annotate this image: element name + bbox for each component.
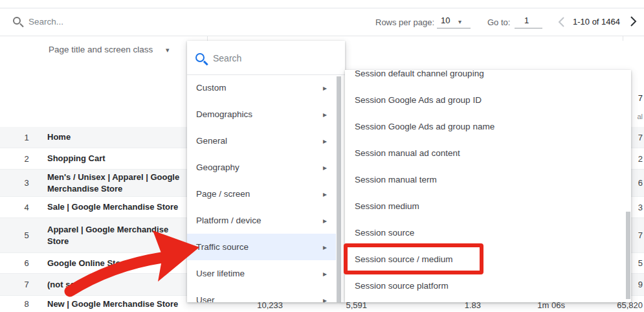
submenu-arrow-icon: ▸ <box>323 137 327 146</box>
row-value-fragment: 9 <box>638 280 643 289</box>
menu-item-label: Traffic source <box>196 242 323 252</box>
rows-per-page-select[interactable]: 10 <box>441 16 450 25</box>
menu-item-page-screen[interactable]: Page / screen▸ <box>187 181 336 207</box>
submenu-scrollbar[interactable] <box>626 212 630 299</box>
submenu-arrow-icon: ▸ <box>323 190 327 199</box>
row-number: 7 <box>19 280 34 289</box>
menu-item-traffic-source[interactable]: Traffic source▸ <box>187 234 336 260</box>
top-divider <box>0 8 644 8</box>
go-to-label: Go to: <box>487 17 510 27</box>
menu-item-platform-device[interactable]: Platform / device▸ <box>187 207 336 234</box>
submenu-arrow-icon: ▸ <box>323 110 327 119</box>
submenu-item-session-source[interactable]: Session source <box>345 219 623 246</box>
column-divider-tick <box>207 36 208 41</box>
submenu-arrow-icon: ▸ <box>323 216 327 225</box>
next-page-icon[interactable] <box>628 16 638 27</box>
submenu-arrow-icon: ▸ <box>323 163 327 172</box>
traffic-source-submenu-panel: Session default channel groupingSession … <box>345 70 631 302</box>
submenu-item-label: Session source platform <box>355 281 449 291</box>
row-value-fragment: 7 <box>638 230 643 240</box>
row-value-fragment: 5 <box>638 258 643 268</box>
submenu-arrow-icon: ▸ <box>323 269 327 278</box>
column-divider-tick-right <box>623 36 623 41</box>
menu-item-label: Page / screen <box>196 189 323 199</box>
row-label: Sale | Google Merchandise Store <box>47 201 184 213</box>
row-label: Google Online Store <box>47 258 184 269</box>
row-label: Apparel | Google Merchandise Store <box>47 224 184 247</box>
totals-value-fragment: 7 <box>638 93 643 103</box>
menu-item-label: Platform / device <box>196 216 323 225</box>
dimension-menu-panel: Search Custom▸Demographics▸General▸Geogr… <box>187 41 345 302</box>
menu-scrollbar[interactable] <box>337 76 341 302</box>
submenu-item-label: Session source <box>355 228 414 238</box>
row-number: 5 <box>19 230 34 240</box>
dimension-picker-caret-icon[interactable]: ▾ <box>166 46 170 54</box>
menu-search-input[interactable]: Search <box>213 53 241 63</box>
search-icon <box>13 17 21 25</box>
menu-item-label: User lifetime <box>196 269 323 278</box>
row-label: New | Google Merchandise Store <box>47 298 184 310</box>
menu-item-label: Demographics <box>196 109 323 119</box>
menu-item-general[interactable]: General▸ <box>187 128 336 154</box>
pagination-range: 1-10 of 1464 <box>573 17 620 27</box>
go-to-input[interactable]: 1 <box>524 16 529 25</box>
row-number: 2 <box>19 154 34 164</box>
menu-item-user[interactable]: User▸ <box>187 287 336 302</box>
submenu-item-session-default-channel-grouping[interactable]: Session default channel grouping <box>345 70 623 87</box>
prev-page-icon[interactable] <box>557 16 566 28</box>
submenu-item-session-source-platform[interactable]: Session source platform <box>345 273 623 299</box>
rows-per-page-underline <box>437 28 471 28</box>
menu-item-label: Custom <box>196 83 323 93</box>
row-value-fragment: 6 <box>638 178 643 188</box>
row-value-fragment: 3 <box>638 203 643 212</box>
submenu-item-session-source-medium[interactable]: Session source / medium <box>345 246 623 273</box>
submenu-item-session-manual-ad-content[interactable]: Session manual ad content <box>345 140 623 166</box>
submenu-item-session-manual-term[interactable]: Session manual term <box>345 166 623 193</box>
menu-item-user-lifetime[interactable]: User lifetime▸ <box>187 260 336 287</box>
submenu-item-label: Session manual ad content <box>355 148 460 158</box>
row-value-fragment: 2 <box>638 154 643 164</box>
menu-item-label: Geography <box>196 162 323 172</box>
submenu-item-session-medium[interactable]: Session medium <box>345 193 623 219</box>
menu-item-label: User <box>196 295 323 302</box>
totals-subtext-fragment: al <box>637 113 643 120</box>
go-to-underline <box>515 28 542 28</box>
row-number: 4 <box>19 203 34 212</box>
submenu-item-label: Session medium <box>355 201 419 211</box>
row-number: 1 <box>19 133 34 142</box>
row-number: 3 <box>19 178 34 188</box>
analytics-report-page: 1Home72Shopping Cart23Men's / Unisex | A… <box>0 0 644 312</box>
row-label: Men's / Unisex | Apparel | Google Mercha… <box>47 172 184 195</box>
menu-search-icon <box>195 53 205 62</box>
submenu-arrow-icon: ▸ <box>323 243 327 252</box>
row-number: 8 <box>19 299 34 309</box>
toolbar-divider <box>0 36 644 36</box>
submenu-item-session-google-ads-ad-group-name[interactable]: Session Google Ads ad group name <box>345 113 623 140</box>
row-value-fragment: 7 <box>638 133 643 142</box>
menu-item-demographics[interactable]: Demographics▸ <box>187 101 336 128</box>
dimension-picker-button[interactable]: Page title and screen class <box>49 45 153 54</box>
submenu-item-label: Session Google Ads ad group ID <box>355 95 482 105</box>
row-label: Home <box>47 131 184 143</box>
row-number: 6 <box>19 258 34 268</box>
submenu-item-label: Session Google Ads ad group name <box>355 122 494 131</box>
rows-per-page-caret-icon[interactable]: ▾ <box>458 18 461 25</box>
submenu-arrow-icon: ▸ <box>323 84 327 93</box>
submenu-item-label: Session manual term <box>355 175 437 184</box>
submenu-arrow-icon: ▸ <box>323 296 327 303</box>
submenu-item-label: Session default channel grouping <box>355 70 484 78</box>
menu-item-label: General <box>196 136 323 146</box>
table-search-input[interactable]: Search... <box>28 17 63 27</box>
row-label: (not set) <box>47 279 184 291</box>
row-label: Shopping Cart <box>47 153 184 164</box>
submenu-item-session-google-ads-ad-group-id[interactable]: Session Google Ads ad group ID <box>345 87 623 113</box>
menu-item-geography[interactable]: Geography▸ <box>187 154 336 181</box>
submenu-item-label: Session source / medium <box>355 254 453 264</box>
rows-per-page-label: Rows per page: <box>375 17 434 27</box>
menu-item-custom[interactable]: Custom▸ <box>187 74 336 101</box>
